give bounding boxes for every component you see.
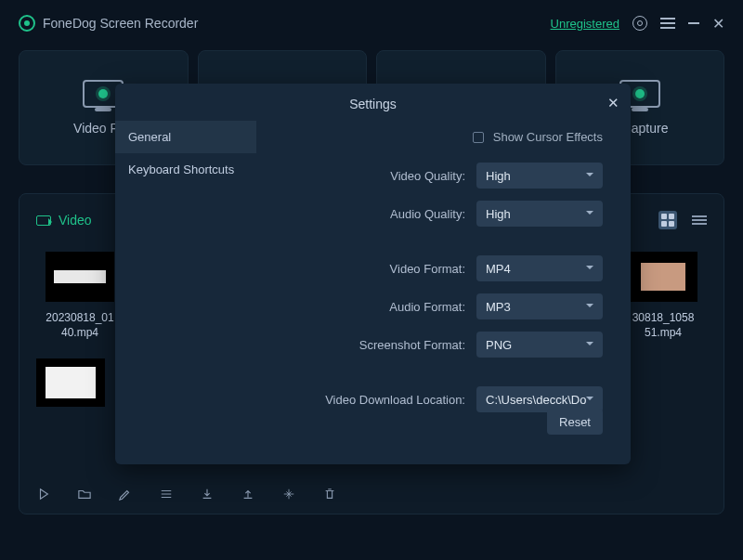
label-audio-format: Audio Format: [269, 300, 465, 314]
file-name: 20230818_01 40.mp4 [46, 311, 113, 340]
unregistered-link[interactable]: Unregistered [551, 17, 619, 31]
select-audio-quality[interactable]: High [476, 201, 603, 227]
close-button[interactable]: ✕ [712, 15, 724, 33]
thumbnail [629, 252, 697, 302]
sliders-icon[interactable] [159, 488, 174, 501]
nav-general[interactable]: General [115, 121, 256, 153]
close-icon[interactable]: ✕ [607, 95, 619, 111]
app-title: FoneDog Screen Recorder [43, 16, 198, 31]
view-list-button[interactable] [692, 215, 707, 225]
label-video-quality: Video Quality: [269, 169, 465, 183]
tab-video[interactable]: Video [36, 213, 92, 228]
trash-icon[interactable] [322, 488, 337, 501]
settings-nav: General Keyboard Shortcuts [115, 121, 256, 436]
label-video-format: Video Format: [269, 262, 465, 276]
share-icon[interactable] [241, 488, 255, 501]
library-item[interactable]: 30818_1058 51.mp4 [619, 252, 707, 340]
select-screenshot-format[interactable]: PNG [476, 332, 603, 358]
modal-title: Settings [115, 84, 631, 121]
edit-icon[interactable] [118, 488, 133, 501]
library-item[interactable]: 20230818_01 40.mp4 [36, 252, 124, 340]
minimize-button[interactable] [688, 22, 699, 24]
label-screenshot-format: Screenshot Format: [269, 338, 465, 352]
reset-button[interactable]: Reset [547, 409, 603, 435]
folder-icon[interactable] [77, 488, 92, 501]
download-icon[interactable] [200, 488, 215, 501]
select-video-quality[interactable]: High [476, 163, 603, 189]
title-bar: FoneDog Screen Recorder Unregistered ✕ [0, 0, 743, 46]
nav-keyboard-shortcuts[interactable]: Keyboard Shortcuts [115, 153, 256, 186]
library-toolbar [36, 488, 337, 501]
select-audio-format[interactable]: MP3 [476, 293, 603, 319]
thumbnail [46, 252, 114, 302]
app-logo: FoneDog Screen Recorder [19, 15, 198, 32]
view-grid-button[interactable] [658, 211, 677, 229]
video-icon [36, 215, 51, 226]
label-download-location: Video Download Location: [269, 393, 465, 407]
logo-icon [19, 15, 35, 32]
cursor-effects-checkbox[interactable] [473, 132, 484, 143]
settings-icon[interactable] [632, 16, 647, 31]
thumbnail[interactable] [36, 358, 105, 407]
file-name: 30818_1058 51.mp4 [632, 311, 695, 340]
convert-icon[interactable] [281, 488, 296, 501]
settings-modal: Settings ✕ General Keyboard Shortcuts Sh… [115, 84, 631, 464]
tab-label: Video [59, 213, 92, 228]
menu-icon[interactable] [660, 18, 675, 29]
select-video-format[interactable]: MP4 [476, 255, 603, 281]
play-icon[interactable] [36, 488, 51, 501]
cursor-effects-label: Show Cursor Effects [493, 130, 603, 144]
label-audio-quality: Audio Quality: [269, 207, 465, 221]
